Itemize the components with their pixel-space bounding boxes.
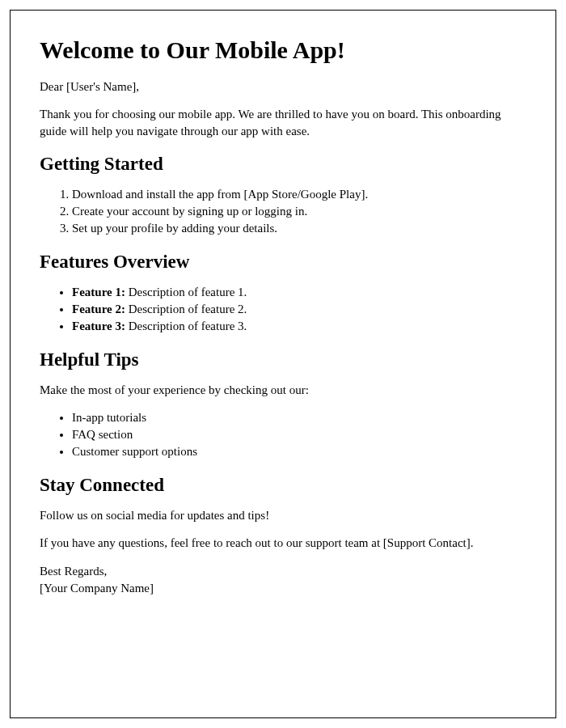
list-item: Customer support options xyxy=(72,443,526,460)
list-item: Set up your profile by adding your detai… xyxy=(72,220,526,237)
connected-line1: Follow us on social media for updates an… xyxy=(40,507,526,523)
list-item: Feature 1: Description of feature 1. xyxy=(72,284,526,301)
getting-started-heading: Getting Started xyxy=(40,154,526,175)
page-title: Welcome to Our Mobile App! xyxy=(40,36,526,64)
features-list: Feature 1: Description of feature 1. Fea… xyxy=(72,284,526,335)
list-item: Download and install the app from [App S… xyxy=(72,186,526,203)
tips-intro: Make the most of your experience by chec… xyxy=(40,382,526,398)
intro-paragraph: Thank you for choosing our mobile app. W… xyxy=(40,106,526,139)
connected-heading: Stay Connected xyxy=(40,475,526,496)
document-container: Welcome to Our Mobile App! Dear [User's … xyxy=(10,10,556,718)
tips-list: In-app tutorials FAQ section Customer su… xyxy=(72,409,526,460)
feature-label: Feature 1: xyxy=(72,286,125,298)
connected-line2: If you have any questions, feel free to … xyxy=(40,535,526,551)
feature-label: Feature 3: xyxy=(72,320,125,332)
signature-block: Best Regards, [Your Company Name] xyxy=(40,563,526,597)
greeting: Dear [User's Name], xyxy=(40,78,526,95)
list-item: FAQ section xyxy=(72,426,526,443)
list-item: Create your account by signing up or log… xyxy=(72,203,526,220)
features-heading: Features Overview xyxy=(40,252,526,273)
signoff-regards: Best Regards, xyxy=(40,563,526,580)
list-item: Feature 2: Description of feature 2. xyxy=(72,301,526,318)
list-item: Feature 3: Description of feature 3. xyxy=(72,318,526,335)
feature-desc: Description of feature 3. xyxy=(125,320,247,332)
list-item: In-app tutorials xyxy=(72,409,526,426)
getting-started-list: Download and install the app from [App S… xyxy=(72,186,526,237)
feature-desc: Description of feature 2. xyxy=(125,303,247,315)
signoff-company: [Your Company Name] xyxy=(40,580,526,597)
feature-label: Feature 2: xyxy=(72,303,125,315)
feature-desc: Description of feature 1. xyxy=(125,286,247,298)
tips-heading: Helpful Tips xyxy=(40,349,526,370)
